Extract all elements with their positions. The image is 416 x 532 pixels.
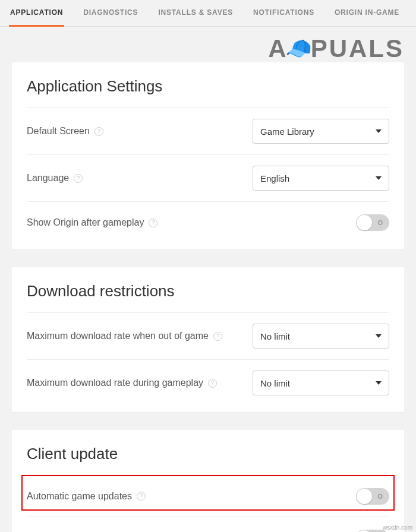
client-update-title: Client update [27, 445, 389, 476]
language-label: Language ? [27, 173, 83, 183]
auto-update-origin-row: Automatically update Origin ? O [27, 517, 389, 532]
tab-bar: APPLICATION DIAGNOSTICS INSTALLS & SAVES… [0, 0, 416, 27]
tab-installs[interactable]: INSTALLS & SAVES [157, 0, 234, 27]
help-icon[interactable]: ? [137, 492, 146, 501]
max-download-during-select[interactable]: No limit [253, 370, 389, 395]
max-download-during-row: Maximum download rate during gameplay ? … [27, 360, 389, 406]
show-origin-label: Show Origin after gameplay ? [27, 217, 157, 228]
tab-notifications[interactable]: NOTIFICATIONS [252, 0, 316, 27]
default-screen-select[interactable]: Game Library [253, 119, 389, 144]
client-update-card: Client update Automatic game updates ? O… [12, 430, 404, 532]
chevron-down-icon [376, 129, 382, 133]
help-icon[interactable]: ? [94, 127, 103, 136]
help-icon[interactable]: ? [149, 218, 157, 227]
default-screen-row: Default Screen ? Game Library [27, 108, 389, 155]
help-icon[interactable]: ? [213, 332, 222, 341]
tab-diagnostics[interactable]: DIAGNOSTICS [82, 0, 139, 27]
chevron-down-icon [376, 381, 382, 385]
max-download-out-select[interactable]: No limit [253, 324, 389, 349]
auto-game-updates-toggle[interactable]: O [356, 488, 389, 505]
application-settings-title: Application Settings [27, 77, 389, 108]
download-restrictions-card: Download restrictions Maximum download r… [12, 267, 404, 412]
chevron-down-icon [376, 176, 382, 180]
chevron-down-icon [376, 334, 382, 338]
default-screen-label: Default Screen ? [27, 126, 103, 137]
max-download-out-row: Maximum download rate when out of game ?… [27, 313, 389, 360]
help-icon[interactable]: ? [208, 379, 217, 388]
language-row: Language ? English [27, 155, 389, 202]
show-origin-row: Show Origin after gameplay ? O [27, 202, 389, 243]
max-download-during-label: Maximum download rate during gameplay ? [27, 378, 217, 388]
auto-game-updates-row: Automatic game updates ? O [27, 476, 389, 517]
help-icon[interactable]: ? [74, 174, 83, 183]
show-origin-toggle[interactable]: O [356, 214, 389, 231]
max-download-out-label: Maximum download rate when out of game ? [27, 331, 222, 341]
application-settings-card: Application Settings Default Screen ? Ga… [12, 62, 404, 249]
tab-application[interactable]: APPLICATION [9, 0, 64, 27]
language-select[interactable]: English [253, 166, 389, 191]
auto-game-updates-label: Automatic game updates ? [27, 491, 146, 502]
footer-watermark: wsxdn.com [383, 524, 412, 531]
content-area: Application Settings Default Screen ? Ga… [0, 27, 416, 532]
tab-origin-ingame[interactable]: ORIGIN IN-GAME [333, 0, 401, 27]
download-restrictions-title: Download restrictions [27, 282, 389, 313]
